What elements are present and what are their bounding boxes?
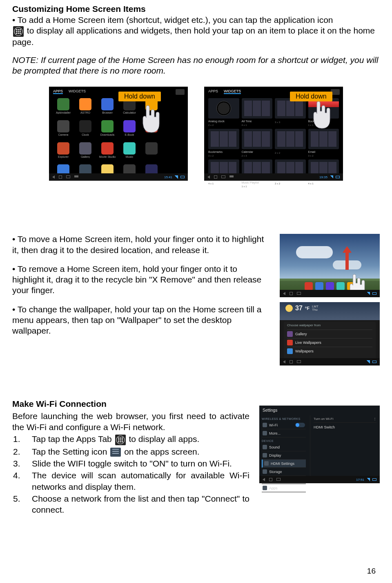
wifi-status-icon	[367, 360, 370, 363]
widget-item[interactable]: 3 x 3	[275, 98, 306, 126]
widget-label: Analog clock	[208, 120, 239, 123]
tab-apps-2[interactable]: APPS	[208, 89, 218, 94]
app-item[interactable]	[163, 142, 184, 163]
svg-rect-16	[118, 439, 119, 440]
battery-icon	[372, 292, 376, 295]
back-icon[interactable]	[283, 292, 285, 295]
app-item[interactable]: Explorer	[53, 142, 74, 163]
app-item[interactable]: ASTRO	[75, 98, 96, 119]
home-icon[interactable]	[290, 360, 293, 363]
app-label: ASTRO	[80, 111, 90, 114]
home-icon[interactable]	[290, 292, 293, 295]
app-icon	[101, 120, 114, 132]
home-icon[interactable]	[214, 175, 217, 179]
widget-size: 4 x 1	[208, 182, 239, 185]
back-icon[interactable]	[263, 478, 265, 481]
app-item[interactable]	[141, 142, 162, 163]
settings-row-icon	[263, 469, 267, 474]
wifi-toggle[interactable]	[295, 423, 305, 427]
settings-row-label: Wi-Fi	[269, 423, 278, 427]
settings-row[interactable]: Storage	[262, 468, 306, 476]
widget-size: 4 x 1	[308, 182, 339, 185]
app-item[interactable]: Camera	[53, 120, 74, 141]
note-no-room: NOTE: If current page of the Home Screen…	[12, 55, 380, 76]
screenshot-settings: Settings WIRELESS & NETWORKSWi-FiMore...…	[259, 406, 380, 483]
app-item[interactable]: Apkinstaller	[53, 98, 74, 119]
svg-rect-19	[118, 441, 119, 442]
widget-thumb	[208, 129, 239, 149]
widget-item[interactable]: 2 x 2	[275, 129, 306, 157]
app-item[interactable]: Downloads	[97, 120, 118, 141]
settings-row[interactable]: More...	[262, 429, 306, 437]
svg-rect-21	[122, 441, 123, 442]
wallpaper-option[interactable]: Gallery	[287, 330, 372, 338]
widget-size: 2 x 2	[208, 124, 239, 126]
dock-icon[interactable]	[347, 282, 355, 290]
widget-item[interactable]: Bookmarks3 x 2	[208, 129, 239, 157]
settings-row-icon	[264, 461, 269, 466]
app-icon	[167, 142, 180, 155]
dock-icon[interactable]	[336, 282, 345, 290]
wallpaper-option[interactable]: Live Wallpapers	[287, 338, 372, 347]
settings-row[interactable]: Display	[262, 451, 306, 460]
home-icon[interactable]	[269, 478, 272, 481]
weather-widget: 37 °F LMT Thu	[285, 305, 318, 312]
bullet-wallpaper: To change the wallpaper, hold your tap o…	[12, 304, 267, 336]
recent-icon[interactable]	[297, 360, 301, 363]
settings-dots-icon[interactable]: ⋮	[373, 417, 376, 421]
home-icon[interactable]	[59, 175, 62, 179]
app-item[interactable]: Music	[119, 142, 140, 163]
app-item[interactable]: Clock	[75, 120, 96, 141]
app-item[interactable]	[141, 120, 162, 141]
tab-apps[interactable]: APPS	[53, 89, 63, 94]
app-item[interactable]: E-Book	[119, 120, 140, 141]
bullet-move: To move a Home Screen item, hold your fi…	[12, 234, 267, 256]
app-item[interactable]: Gallery	[75, 142, 96, 163]
recent-icon[interactable]	[66, 175, 70, 178]
widget-item[interactable]: Calendar2 x 3	[242, 129, 273, 157]
svg-rect-9	[20, 33, 21, 34]
recent-icon[interactable]	[221, 175, 225, 178]
widget-size: 2 x 2	[275, 182, 306, 185]
settings-row[interactable]: Wi-Fi	[262, 421, 306, 429]
dock-icon[interactable]	[326, 282, 334, 290]
widget-size: 2 x 2	[275, 152, 306, 154]
app-item[interactable]	[163, 120, 184, 141]
wallpaper-option[interactable]: Wallpapers	[287, 347, 372, 355]
settings-row[interactable]: Sound	[262, 443, 306, 451]
menu-icon[interactable]	[229, 175, 234, 177]
settings-row[interactable]: HDMI Settings	[262, 460, 306, 468]
back-icon[interactable]	[207, 175, 210, 179]
callout-hold-down-2: Hold down	[290, 92, 332, 101]
shop-icon[interactable]	[176, 89, 185, 95]
step-text: Tap the Setting icon on the apps screen.	[32, 446, 249, 457]
clock-time: 19:35	[319, 175, 327, 179]
tab-widgets[interactable]: WIDGETS	[69, 89, 86, 94]
nav-bar-2: 19:35	[204, 173, 343, 181]
settings-row[interactable]: Apps	[262, 484, 306, 492]
back-icon[interactable]	[283, 360, 285, 363]
widget-item[interactable]: Email3 x 2	[308, 129, 339, 157]
widget-item[interactable]: Analog clock2 x 2	[208, 98, 239, 126]
recent-icon[interactable]	[276, 478, 281, 481]
clock-time: 17:51	[356, 478, 364, 482]
recent-icon[interactable]	[297, 292, 301, 295]
app-item[interactable]: Movie Studio	[97, 142, 118, 163]
menu-icon[interactable]	[74, 175, 78, 177]
app-label: E-Book	[125, 133, 134, 136]
svg-rect-2	[18, 29, 19, 30]
svg-rect-3	[20, 29, 21, 30]
widget-size: 1 x 1	[242, 185, 273, 188]
tab-widgets-2[interactable]: WIDGETS	[224, 89, 241, 94]
widget-item[interactable]: Bookmark1 x 1	[308, 98, 339, 126]
widget-size: 3 x 3	[275, 121, 306, 123]
settings-network-row[interactable]: HDMI Switch	[314, 423, 376, 432]
dock-icon[interactable]	[305, 282, 313, 290]
screenshot-drag-homescreen	[280, 234, 380, 297]
settings-row-icon	[263, 486, 267, 490]
dock-icon[interactable]	[315, 282, 323, 290]
app-item[interactable]	[163, 98, 184, 119]
widget-item[interactable]: All Time4 x 1	[242, 98, 273, 126]
back-icon[interactable]	[52, 175, 55, 179]
app-item[interactable]: Browser	[97, 98, 118, 119]
